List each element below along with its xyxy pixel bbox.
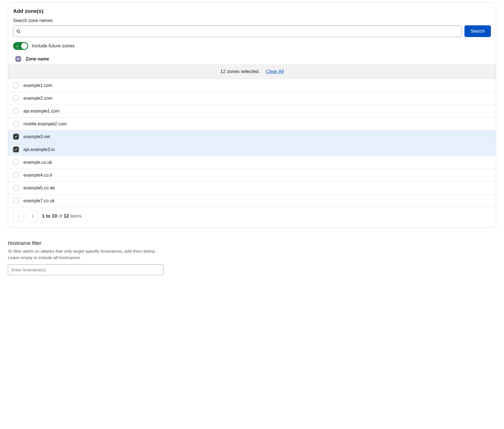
chevron-right-icon	[30, 214, 35, 218]
zone-name: example4.co.il	[23, 173, 52, 178]
hostname-input[interactable]	[8, 264, 164, 275]
zone-checkbox[interactable]	[13, 198, 19, 204]
zone-name: example7.co.uk	[23, 198, 55, 203]
add-zones-panel: Add zone(s) Search zone names Search ✓ I…	[8, 2, 496, 228]
zone-name: api.example1.com	[23, 109, 60, 114]
zone-checkbox[interactable]	[13, 134, 19, 140]
toggle-knob	[21, 43, 27, 49]
table-header: Zone name	[13, 55, 491, 65]
zone-name: example.co.uk	[23, 160, 52, 165]
zone-checkbox[interactable]	[13, 82, 19, 88]
zone-checkbox[interactable]	[13, 121, 19, 127]
zone-row[interactable]: example.co.uk	[8, 156, 496, 169]
hostname-filter-section: Hostname filter To filter alerts on atta…	[8, 240, 496, 275]
future-zones-toggle-row: ✓ Include future zones	[13, 42, 491, 50]
search-input-wrap[interactable]	[13, 25, 462, 37]
zone-row[interactable]: example5.co.de	[8, 182, 496, 194]
clear-all-link[interactable]: Clear All	[266, 69, 284, 74]
selection-banner: 12 zones selected. Clear All	[8, 65, 496, 79]
search-button[interactable]: Search	[464, 25, 491, 37]
pagination-info: 1 to 10 of 12 items	[42, 213, 82, 219]
hostname-filter-title: Hostname filter	[8, 240, 496, 246]
search-row: Search	[13, 25, 491, 37]
zone-name: mobile.example2.com	[23, 121, 67, 126]
pagination-range: 1 to 10	[42, 213, 57, 219]
zone-name: example1.com	[23, 83, 52, 88]
search-label: Search zone names	[13, 18, 491, 23]
include-future-zones-toggle[interactable]: ✓	[13, 42, 28, 50]
zone-row[interactable]: example3.net	[8, 130, 496, 143]
zone-checkbox[interactable]	[13, 159, 19, 165]
zone-row[interactable]: api.example1.com	[8, 105, 496, 118]
check-icon: ✓	[16, 44, 19, 48]
zone-list: example1.comexample2.comapi.example1.com…	[8, 79, 496, 207]
svg-point-0	[17, 30, 19, 32]
zone-checkbox[interactable]	[13, 95, 19, 101]
prev-page-button[interactable]	[13, 211, 24, 222]
pagination-total: 12	[63, 213, 69, 219]
selection-count: 12 zones selected.	[220, 69, 260, 74]
check-icon	[14, 135, 18, 138]
panel-title: Add zone(s)	[13, 8, 491, 14]
zone-row[interactable]: example7.co.uk	[8, 194, 496, 207]
next-page-button[interactable]	[27, 211, 38, 222]
zone-checkbox[interactable]	[13, 185, 19, 191]
pagination: 1 to 10 of 12 items	[8, 207, 496, 223]
svg-line-1	[19, 32, 20, 33]
zone-row[interactable]: api.example3.io	[8, 143, 496, 156]
zone-name: example2.com	[23, 96, 52, 101]
zone-name: example5.co.de	[23, 186, 55, 191]
zone-name: example3.net	[23, 134, 50, 139]
chevron-left-icon	[16, 214, 21, 218]
check-icon	[14, 148, 18, 151]
zone-checkbox[interactable]	[13, 147, 19, 152]
zone-row[interactable]: example1.com	[8, 79, 496, 92]
zone-checkbox[interactable]	[13, 172, 19, 178]
search-input[interactable]	[21, 27, 459, 36]
zone-row[interactable]: example2.com	[8, 92, 496, 105]
zone-name: api.example3.io	[23, 147, 55, 152]
zone-checkbox[interactable]	[13, 108, 19, 114]
toggle-label: Include future zones	[32, 43, 75, 49]
column-header-zone-name: Zone name	[26, 57, 49, 62]
search-icon	[16, 29, 21, 34]
zone-row[interactable]: example4.co.il	[8, 169, 496, 182]
zone-row[interactable]: mobile.example2.com	[8, 118, 496, 130]
select-all-checkbox[interactable]	[15, 56, 21, 62]
hostname-filter-description: To filter alerts on attacks that only ta…	[8, 248, 164, 261]
